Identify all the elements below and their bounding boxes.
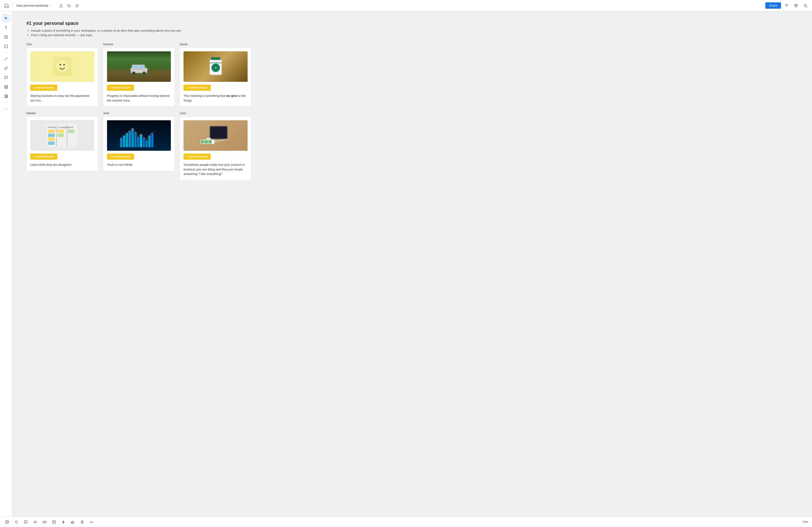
- user-name-1: Andrew: [103, 42, 175, 46]
- lesson-btn-2[interactable]: 1 recent lesson: [184, 85, 211, 91]
- share-button[interactable]: Share: [765, 2, 781, 9]
- svg-text:In progress: In progress: [58, 126, 69, 129]
- header: User persona workshop ☆ Share: [0, 0, 812, 11]
- svg-rect-62: [71, 522, 72, 523]
- circle-tool[interactable]: [13, 519, 20, 525]
- card-wrapper-5: Zack1 recent lessonSometimes people real…: [179, 111, 251, 180]
- card-text-2: The meaning is something that we give to…: [184, 93, 248, 103]
- svg-point-17: [132, 72, 135, 75]
- svg-rect-56: [205, 140, 208, 144]
- zoom-level[interactable]: 72%: [802, 520, 808, 524]
- svg-rect-43: [134, 132, 136, 147]
- bullet-2: Post 1 thing you learned recently — any …: [31, 33, 798, 37]
- tab-title: User persona workshop: [16, 4, 48, 7]
- frame-tool[interactable]: [2, 83, 10, 91]
- svg-rect-39: [123, 136, 125, 147]
- lesson-btn-1[interactable]: 1 recent lesson: [107, 85, 134, 91]
- media-tool[interactable]: [51, 519, 57, 525]
- template-tool[interactable]: [2, 92, 10, 101]
- pen-tool[interactable]: [2, 64, 10, 73]
- svg-rect-33: [48, 141, 55, 145]
- svg-rect-1: [5, 36, 8, 39]
- card-text-5: Sometimes people really love your produc…: [184, 163, 248, 176]
- card-wrapper-3: NataliePlannedIn progressDone1 recent le…: [26, 111, 98, 180]
- header-actions: [58, 2, 81, 9]
- svg-text:Planned: Planned: [48, 126, 56, 129]
- section-title: #1 your personal space: [26, 21, 798, 26]
- sticky-note-tool[interactable]: [4, 519, 10, 525]
- svg-point-8: [56, 60, 69, 73]
- card-wrapper-0: Tom1 recent lessonStarting business is e…: [26, 42, 98, 107]
- card-4: 1 recent lessonYouth is not infinite: [103, 116, 175, 171]
- collapse-tool[interactable]: [88, 519, 95, 525]
- card-5: 1 recent lessonSometimes people really l…: [179, 116, 251, 180]
- svg-point-10: [63, 64, 65, 65]
- svg-rect-32: [48, 138, 55, 141]
- svg-rect-4: [5, 95, 6, 98]
- rect-tool[interactable]: [2, 42, 10, 51]
- lesson-btn-5[interactable]: 1 recent lesson: [184, 153, 211, 160]
- user-name-0: Tom: [26, 42, 98, 46]
- svg-rect-44: [137, 137, 140, 147]
- card-0: 1 recent lessonStarting business is easy…: [26, 47, 98, 107]
- canvas-area[interactable]: #1 your personal space Include a photo o…: [12, 11, 812, 517]
- timer-tool[interactable]: [79, 519, 85, 525]
- card-wrapper-1: Andrew1 recent lessonProgress is impossi…: [103, 42, 175, 107]
- card-image-1: [107, 51, 171, 82]
- bullet-1: Include a photo of something in your wor…: [31, 29, 798, 32]
- user-name-5: Zack: [179, 111, 251, 115]
- line-tool[interactable]: [2, 55, 10, 63]
- education-button[interactable]: [792, 2, 800, 10]
- svg-rect-55: [201, 140, 204, 144]
- card-image-5: [184, 120, 248, 151]
- svg-rect-5: [6, 95, 8, 96]
- note-tool[interactable]: [2, 33, 10, 41]
- redo-button[interactable]: [73, 2, 81, 9]
- card-image-2: ★: [184, 51, 248, 82]
- svg-text:★: ★: [215, 66, 217, 69]
- svg-rect-30: [48, 130, 55, 133]
- svg-rect-40: [126, 133, 128, 147]
- lesson-btn-4[interactable]: 1 recent lesson: [107, 153, 134, 160]
- tool-divider: [3, 52, 9, 53]
- star-icon[interactable]: ☆: [50, 4, 53, 7]
- card-wrapper-4: Julie1 recent lessonYouth is not infinit…: [103, 111, 175, 180]
- card-text-1: Progress is impossible without moving be…: [107, 93, 171, 103]
- section-bullets: Include a photo of something in your wor…: [26, 29, 798, 37]
- svg-rect-41: [129, 131, 131, 147]
- svg-rect-45: [140, 134, 142, 147]
- lightning-tool[interactable]: [60, 519, 67, 525]
- svg-rect-35: [57, 134, 64, 137]
- bottom-toolbar: 72%: [0, 517, 812, 527]
- svg-rect-48: [148, 136, 151, 147]
- svg-rect-2: [5, 45, 8, 48]
- svg-rect-6: [6, 96, 8, 98]
- svg-rect-57: [208, 140, 212, 144]
- svg-rect-16: [140, 65, 144, 68]
- comment-tool[interactable]: [2, 73, 10, 82]
- svg-rect-3: [5, 86, 8, 88]
- card-2: ★1 recent lessonThe meaning is something…: [179, 47, 251, 107]
- text-tool[interactable]: T: [2, 24, 10, 32]
- header-tab[interactable]: User persona workshop ☆: [14, 3, 55, 9]
- filter-button[interactable]: [783, 2, 791, 10]
- lesson-btn-3[interactable]: 1 recent lesson: [30, 153, 57, 160]
- home-button[interactable]: [3, 2, 10, 10]
- thumbs-up-tool[interactable]: [70, 519, 76, 525]
- main-layout: T ··· #1 your personal space: [0, 11, 812, 517]
- svg-rect-19: [130, 69, 148, 70]
- more-tools[interactable]: ···: [2, 105, 10, 113]
- search-button[interactable]: [802, 2, 809, 10]
- svg-point-18: [143, 72, 146, 75]
- svg-rect-36: [68, 130, 74, 133]
- shape-tool[interactable]: [32, 519, 39, 525]
- cursor-tool[interactable]: [2, 14, 10, 22]
- lesson-btn-0[interactable]: 1 recent lesson: [30, 85, 57, 91]
- link-tool[interactable]: [41, 519, 48, 525]
- user-name-3: Natalie: [26, 111, 98, 115]
- upload-button[interactable]: [58, 2, 64, 9]
- svg-rect-49: [151, 133, 154, 147]
- undo-button[interactable]: [66, 2, 73, 9]
- comment-bottom-tool[interactable]: [23, 519, 29, 525]
- svg-text:Done: Done: [68, 126, 73, 129]
